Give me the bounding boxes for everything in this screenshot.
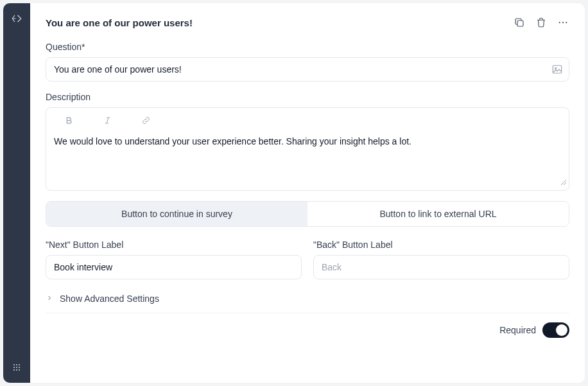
svg-point-4 xyxy=(16,367,17,368)
svg-point-12 xyxy=(566,22,567,23)
svg-point-6 xyxy=(13,369,15,371)
next-button-label: "Next" Button Label xyxy=(46,240,302,250)
delete-button[interactable] xyxy=(535,16,548,29)
drag-handle-icon[interactable] xyxy=(9,360,24,375)
svg-point-10 xyxy=(559,22,560,23)
next-button-input[interactable] xyxy=(46,255,302,279)
more-button[interactable] xyxy=(557,16,569,29)
editor-panel: You are one of our power users! Question… xyxy=(30,3,585,383)
svg-rect-9 xyxy=(517,21,523,26)
svg-point-5 xyxy=(19,367,20,368)
bold-icon[interactable] xyxy=(63,114,74,126)
segment-continue[interactable]: Button to continue in survey xyxy=(46,202,307,226)
svg-point-0 xyxy=(13,364,15,365)
button-type-segments: Button to continue in survey Button to l… xyxy=(46,201,569,227)
duplicate-button[interactable] xyxy=(513,16,526,29)
back-button-label: "Back" Button Label xyxy=(313,240,569,250)
description-editor: We would love to understand your user ex… xyxy=(46,107,569,191)
link-icon[interactable] xyxy=(140,114,151,126)
question-label: Question* xyxy=(46,42,569,52)
sidebar xyxy=(3,3,30,383)
description-textarea[interactable]: We would love to understand your user ex… xyxy=(46,132,569,190)
italic-icon[interactable] xyxy=(101,114,113,126)
required-toggle[interactable] xyxy=(542,322,569,338)
svg-line-17 xyxy=(107,118,108,123)
page-title: You are one of our power users! xyxy=(46,17,193,28)
question-input[interactable] xyxy=(46,57,569,82)
svg-rect-13 xyxy=(553,66,562,73)
svg-point-11 xyxy=(562,22,564,23)
svg-point-7 xyxy=(16,369,17,371)
back-button-input[interactable] xyxy=(313,255,569,279)
advanced-settings-label: Show Advanced Settings xyxy=(60,294,159,304)
svg-point-8 xyxy=(19,369,20,371)
svg-point-14 xyxy=(555,67,557,69)
segment-external[interactable]: Button to link to external URL xyxy=(307,202,569,226)
resize-handle-icon[interactable] xyxy=(560,177,567,188)
image-icon[interactable] xyxy=(551,64,563,75)
show-advanced-settings[interactable]: Show Advanced Settings xyxy=(46,290,569,313)
svg-point-1 xyxy=(16,364,17,365)
svg-point-3 xyxy=(13,367,15,368)
chevron-right-icon xyxy=(46,294,53,304)
question-type-icon[interactable] xyxy=(9,11,24,26)
svg-point-2 xyxy=(19,364,20,365)
description-label: Description xyxy=(46,92,569,102)
required-label: Required xyxy=(499,325,536,335)
